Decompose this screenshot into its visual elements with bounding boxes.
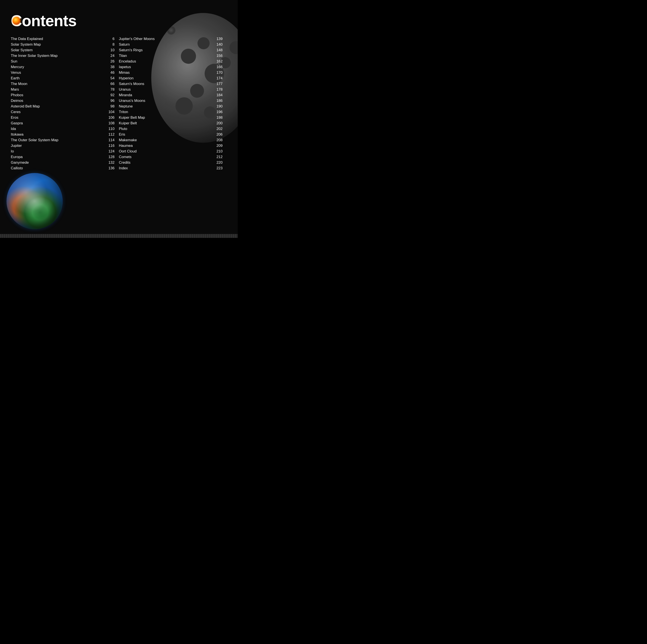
toc-entry-label: Index: [119, 166, 214, 171]
toc-row: Europa128: [11, 154, 115, 160]
toc-row: Uranus178: [119, 87, 223, 92]
toc-entry-page: 209: [214, 144, 223, 148]
toc-entry-page: 112: [106, 132, 115, 137]
toc-entry-page: 24: [106, 54, 115, 58]
toc-entry-label: Makemake: [119, 138, 214, 142]
toc-entry-label: Deimos: [11, 99, 106, 103]
toc-row: Enceladus162: [119, 59, 223, 64]
toc-row: Mercury38: [11, 64, 115, 70]
toc-row: Hyperion174: [119, 75, 223, 81]
toc-entry-page: 174: [214, 76, 223, 80]
page-title: C ontents: [11, 13, 227, 28]
toc-entry-label: Asteroid Belt Map: [11, 104, 106, 109]
toc-entry-page: 108: [106, 121, 115, 125]
toc-entry-page: 170: [214, 70, 223, 75]
toc-entry-page: 140: [214, 42, 223, 47]
toc-entry-label: Earth: [11, 76, 106, 80]
toc-entry-page: 136: [106, 166, 115, 171]
toc-row: Kuiper Belt Map198: [119, 115, 223, 120]
title-area: C ontents: [11, 13, 227, 28]
toc-row: Credits220: [119, 160, 223, 166]
toc-entry-label: Phobos: [11, 93, 106, 97]
toc-entry-label: Sun: [11, 59, 106, 64]
toc-entry-page: 186: [214, 99, 223, 103]
toc-entry-page: 223: [214, 166, 223, 171]
toc-entry-label: Itokawa: [11, 132, 106, 137]
toc-entry-page: 46: [106, 70, 115, 75]
toc-entry-label: Kuiper Belt: [119, 121, 214, 125]
toc-row: The Inner Solar System Map24: [11, 53, 115, 59]
toc-row: Phobos92: [11, 92, 115, 98]
toc-entry-label: Mars: [11, 87, 106, 92]
toc-entry-page: 166: [214, 65, 223, 69]
toc-entry-label: Comets: [119, 155, 214, 159]
toc-entry-label: Oort Cloud: [119, 149, 214, 153]
toc-entry-label: Gaspra: [11, 121, 106, 125]
toc-entry-page: 10: [106, 48, 115, 52]
toc-entry-page: 96: [106, 99, 115, 103]
toc-entry-page: 132: [106, 160, 115, 165]
toc-entry-label: Saturn's Moons: [119, 82, 214, 86]
toc-row: Io124: [11, 148, 115, 154]
toc-entry-label: Miranda: [119, 93, 214, 97]
toc-row: Neptune190: [119, 104, 223, 109]
toc-entry-page: 139: [214, 37, 223, 41]
toc-entry-label: Kuiper Belt Map: [119, 116, 214, 120]
toc-entry-page: 6: [106, 37, 115, 41]
toc-row: Eros106: [11, 115, 115, 120]
toc-row: The Outer Solar System Map114: [11, 137, 115, 143]
toc-entry-label: Io: [11, 149, 106, 153]
toc-entry-page: 184: [214, 93, 223, 97]
toc-entry-label: Credits: [119, 160, 214, 165]
title-c-letter: C: [11, 13, 22, 28]
toc-row: Deimos96: [11, 98, 115, 104]
toc-entry-page: 196: [214, 110, 223, 114]
toc-row: Saturn's Moons177: [119, 81, 223, 87]
toc-entry-page: 178: [214, 87, 223, 92]
toc-row: Titan156: [119, 53, 223, 59]
toc-row: Gaspra108: [11, 120, 115, 126]
toc-entry-label: Iapetus: [119, 65, 214, 69]
toc-entry-label: Callisto: [11, 166, 106, 171]
toc-entry-label: Solar System Map: [11, 42, 106, 47]
toc-entry-label: Triton: [119, 110, 214, 114]
toc-entry-label: Eros: [11, 116, 106, 120]
toc-entry-label: Saturn's Rings: [119, 48, 214, 52]
toc-entry-page: 162: [214, 59, 223, 64]
toc-entry-label: Ceres: [11, 110, 106, 114]
toc-columns: The Data Explained6Solar System Map8Sola…: [11, 36, 227, 171]
toc-entry-page: 92: [106, 93, 115, 97]
toc-entry-page: 38: [106, 65, 115, 69]
toc-row: The Data Explained6: [11, 36, 115, 42]
toc-entry-page: 116: [106, 144, 115, 148]
toc-row: Triton196: [119, 109, 223, 115]
toc-entry-label: Haumea: [119, 144, 214, 148]
earth-image: [6, 173, 63, 229]
toc-row: Jupiter's Other Moons139: [119, 36, 223, 42]
toc-row: Saturn140: [119, 42, 223, 47]
toc-row: Pluto202: [119, 126, 223, 132]
toc-entry-page: 177: [214, 82, 223, 86]
page: C ontents The Data Explained6Solar Syste…: [0, 0, 238, 238]
toc-entry-label: The Moon: [11, 82, 106, 86]
toc-entry-page: 26: [106, 59, 115, 64]
toc-row: Comets212: [119, 154, 223, 160]
toc-row: Callisto136: [11, 166, 115, 171]
toc-row: Mimas170: [119, 70, 223, 75]
toc-entry-label: Venus: [11, 70, 106, 75]
toc-entry-label: Pluto: [119, 127, 214, 131]
toc-entry-label: Neptune: [119, 104, 214, 109]
toc-row: Haumea209: [119, 143, 223, 148]
toc-entry-label: Jupiter's Other Moons: [119, 37, 214, 41]
toc-entry-page: 220: [214, 160, 223, 165]
toc-entry-page: 212: [214, 155, 223, 159]
toc-entry-page: 208: [214, 138, 223, 142]
toc-row: Asteroid Belt Map98: [11, 104, 115, 109]
toc-entry-label: Europa: [11, 155, 106, 159]
toc-entry-page: 198: [214, 116, 223, 120]
toc-entry-label: The Outer Solar System Map: [11, 138, 106, 142]
toc-entry-page: 202: [214, 127, 223, 131]
toc-entry-label: The Data Explained: [11, 37, 106, 41]
toc-entry-label: Uranus's Moons: [119, 99, 214, 103]
toc-row: Itokawa112: [11, 132, 115, 137]
